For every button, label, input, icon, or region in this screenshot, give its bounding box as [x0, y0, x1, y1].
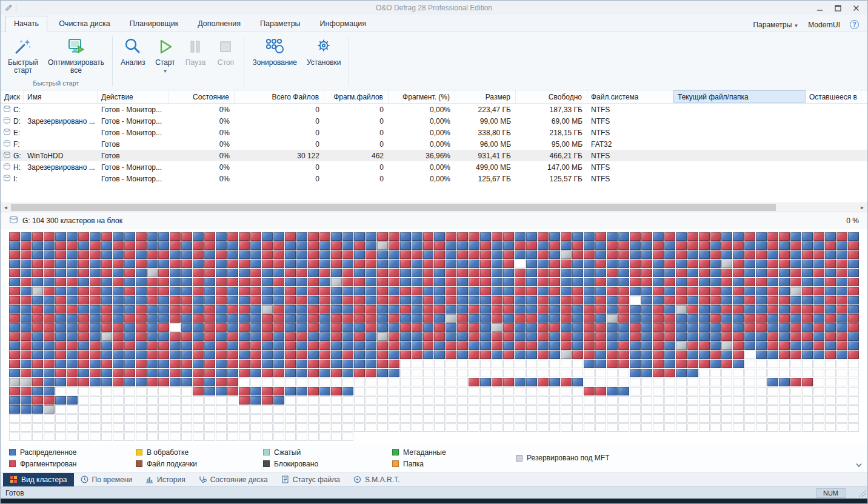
- view-tab-time[interactable]: По времени: [74, 473, 139, 486]
- cluster-cell: [308, 432, 319, 441]
- scroll-down-icon[interactable]: [855, 461, 863, 469]
- cluster-cell: [848, 351, 859, 359]
- cluster-cell: [342, 432, 353, 441]
- stop-button[interactable]: Стоп: [210, 32, 241, 68]
- pen-icon[interactable]: [4, 3, 12, 13]
- cluster-cell: [55, 260, 66, 268]
- cluster-cell: [423, 341, 434, 350]
- column-header-free[interactable]: Свободно: [516, 90, 587, 103]
- analyze-button[interactable]: Анализ: [116, 32, 150, 68]
- disk-row-e[interactable]: E:Готов - Монитор...0%000,00%338,80 ГБ21…: [1, 127, 867, 138]
- view-tab-history[interactable]: История: [139, 473, 192, 486]
- disk-row-i[interactable]: I:Готов - Монитор...0%000,00%125,67 ГБ12…: [1, 173, 867, 184]
- cluster-cell: [227, 260, 238, 268]
- cluster-cell: [526, 323, 537, 332]
- cell-frag_pct: 0,00%: [389, 129, 455, 137]
- cluster-cell: [331, 287, 342, 295]
- cluster-cell: [457, 269, 468, 277]
- cluster-cell: [32, 278, 43, 286]
- tab-addons[interactable]: Дополнения: [190, 16, 249, 32]
- cluster-cell: [561, 332, 572, 341]
- tab-disk-cleanup[interactable]: Очистка диска: [51, 16, 118, 32]
- column-header-remaining[interactable]: Оставшееся в: [806, 90, 861, 103]
- cluster-cell: [515, 405, 526, 414]
- cluster-cell: [710, 378, 721, 386]
- tab-options[interactable]: Параметры: [252, 16, 309, 32]
- cluster-cell: [687, 351, 698, 359]
- minimize-button[interactable]: [812, 2, 827, 13]
- cluster-cell: [296, 332, 307, 341]
- scroll-left-icon[interactable]: ◄: [1, 203, 11, 212]
- view-tab-disk_state[interactable]: Состояние диска: [192, 473, 275, 486]
- disk-row-h[interactable]: H:Зарезервировано ...Готов - Монитор...0…: [1, 161, 867, 173]
- cluster-cell: [354, 323, 365, 332]
- disk-row-d[interactable]: D:Зарезервировано ...Готов - Монитор...0…: [1, 115, 867, 127]
- view-tab-smart[interactable]: S.M.A.R.T.: [347, 473, 406, 486]
- cluster-cell: [193, 351, 204, 359]
- disk-row-g[interactable]: G:WinToHDDГотов0%30 12246236,96%931,41 Г…: [1, 150, 867, 161]
- setup-button[interactable]: Установки: [302, 32, 346, 68]
- cluster-cell: [457, 396, 468, 405]
- cluster-cell: [262, 405, 273, 414]
- scrollbar-thumb[interactable]: [11, 204, 776, 211]
- cluster-cell: [308, 341, 319, 350]
- cluster-cell: [848, 423, 859, 432]
- quick-start-button[interactable]: Быстрый старт: [3, 32, 43, 76]
- cluster-cell: [848, 314, 859, 323]
- column-header-current[interactable]: Текущий файл/папка: [673, 90, 806, 103]
- cluster-cell: [630, 332, 641, 341]
- view-tab-cluster[interactable]: Вид кластера: [3, 473, 74, 486]
- optimize-all-button[interactable]: Оптимизировать все: [43, 32, 109, 76]
- cluster-cell: [101, 332, 112, 341]
- modernui-button[interactable]: ModernUI: [808, 21, 840, 29]
- cluster-cell: [400, 278, 411, 286]
- cluster-cell: [273, 369, 284, 377]
- cluster-cell: [549, 241, 560, 250]
- horizontal-scrollbar[interactable]: ◄ ►: [1, 203, 867, 212]
- column-header-disk[interactable]: Диск: [1, 90, 24, 103]
- column-header-action[interactable]: Действие: [98, 90, 169, 103]
- cluster-cell: [366, 341, 376, 350]
- column-header-frag_pct[interactable]: Фрагмент. (%): [389, 90, 455, 103]
- cluster-cell: [273, 414, 284, 423]
- cluster-grid[interactable]: [9, 232, 859, 441]
- cluster-cell: [653, 241, 664, 250]
- cluster-cell: [825, 314, 836, 323]
- start-button[interactable]: Старт ▼: [150, 32, 180, 76]
- view-tab-file_status[interactable]: Статус файла: [275, 473, 347, 486]
- cluster-cell: [744, 341, 755, 350]
- maximize-button[interactable]: [830, 2, 846, 13]
- cluster-cell: [687, 323, 698, 332]
- cluster-cell: [549, 278, 560, 286]
- cluster-cell: [779, 378, 790, 386]
- resize-grip-icon[interactable]: [859, 489, 866, 497]
- column-header-name[interactable]: Имя: [24, 90, 98, 103]
- cluster-cell: [113, 260, 124, 268]
- close-button[interactable]: [848, 2, 864, 13]
- cluster-cell: [836, 341, 847, 350]
- cluster-cell: [366, 387, 376, 395]
- pause-button[interactable]: Пауза: [180, 32, 210, 68]
- column-header-fs[interactable]: Файл.система: [587, 90, 673, 103]
- cluster-cell: [21, 314, 32, 323]
- tab-info[interactable]: Информация: [312, 16, 375, 32]
- column-header-state[interactable]: Состояние: [169, 90, 235, 103]
- cluster-cell: [147, 351, 158, 359]
- tab-home[interactable]: Начать: [5, 16, 47, 32]
- tab-scheduler[interactable]: Планировщик: [122, 16, 186, 32]
- cluster-cell: [457, 423, 468, 432]
- options-dropdown[interactable]: Параметры▼: [753, 21, 798, 29]
- disk-row-c[interactable]: C:Готов - Монитор...0%000,00%223,47 ГБ18…: [1, 104, 867, 115]
- disk-row-f[interactable]: F:Готов0%000,00%96,00 МБ95,00 МБFAT32: [1, 138, 867, 150]
- cell-files: 0: [235, 117, 324, 126]
- column-header-files[interactable]: Всего Файлов: [235, 90, 324, 103]
- cluster-cell: [790, 287, 801, 295]
- cell-disk: E:: [1, 129, 24, 137]
- scroll-right-icon[interactable]: ►: [857, 203, 867, 212]
- zoning-button[interactable]: Зонирование: [247, 32, 302, 68]
- cluster-cell: [204, 405, 215, 414]
- column-header-frag_files[interactable]: Фрагм.файлов: [324, 90, 389, 103]
- cluster-cell: [630, 296, 641, 304]
- help-button[interactable]: ?: [850, 20, 859, 29]
- column-header-size[interactable]: Размер: [455, 90, 516, 103]
